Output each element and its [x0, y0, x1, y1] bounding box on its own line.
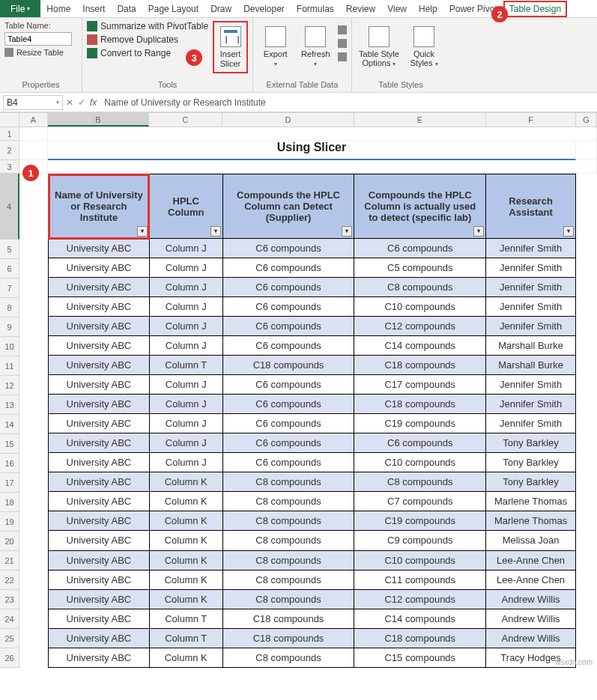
- table-cell[interactable]: C6 compounds: [354, 239, 486, 258]
- row-hdr-18[interactable]: 18: [0, 493, 19, 512]
- table-cell[interactable]: Marlene Thomas: [486, 511, 576, 531]
- name-box[interactable]: B4 ▾: [3, 95, 63, 110]
- table-cell[interactable]: University ABC: [49, 239, 150, 258]
- name-box-dropdown-icon[interactable]: ▾: [56, 99, 59, 106]
- row-hdr-24[interactable]: 24: [0, 609, 19, 629]
- table-cell[interactable]: Column J: [149, 278, 222, 297]
- filter-button[interactable]: ▾: [342, 226, 352, 237]
- tab-developer[interactable]: Developer: [237, 1, 291, 17]
- row-hdr-14[interactable]: 14: [0, 415, 19, 434]
- table-cell[interactable]: Column K: [149, 570, 222, 589]
- ext-icon-2[interactable]: [338, 39, 347, 48]
- row-hdr-9[interactable]: 9: [0, 317, 19, 337]
- table-cell[interactable]: C14 compounds: [354, 609, 486, 628]
- row-hdr-16[interactable]: 16: [0, 454, 19, 473]
- table-cell[interactable]: C10 compounds: [354, 453, 486, 472]
- row-hdr-17[interactable]: 17: [0, 473, 19, 493]
- table-cell[interactable]: Column K: [149, 648, 222, 667]
- table-cell[interactable]: C6 compounds: [222, 336, 354, 356]
- quick-styles-button[interactable]: Quick Styles ▾: [406, 21, 442, 73]
- tab-home[interactable]: Home: [40, 1, 76, 17]
- table-style-options-button[interactable]: Table Style Options ▾: [357, 21, 401, 73]
- table-cell[interactable]: Andrew Willis: [486, 589, 576, 609]
- col-D[interactable]: D: [222, 113, 354, 127]
- filter-button[interactable]: ▾: [137, 226, 148, 237]
- table-cell[interactable]: C6 compounds: [222, 395, 354, 414]
- remove-duplicates-button[interactable]: Remove Duplicates: [87, 34, 208, 45]
- table-cell[interactable]: C6 compounds: [222, 453, 354, 472]
- tab-formulas[interactable]: Formulas: [291, 1, 340, 17]
- table-cell[interactable]: Jennifer Smith: [486, 395, 576, 414]
- table-cell[interactable]: Jennifer Smith: [486, 258, 576, 278]
- table-cell[interactable]: C18 compounds: [354, 395, 486, 414]
- table-cell[interactable]: University ABC: [49, 278, 150, 297]
- table-cell[interactable]: C8 compounds: [222, 550, 354, 570]
- table-cell[interactable]: University ABC: [49, 336, 150, 356]
- table-cell[interactable]: C15 compounds: [354, 648, 486, 667]
- tab-review[interactable]: Review: [340, 1, 381, 17]
- table-cell[interactable]: University ABC: [49, 531, 150, 550]
- row-hdr-11[interactable]: 11: [0, 356, 19, 376]
- row-hdr-15[interactable]: 15: [0, 434, 19, 454]
- table-cell[interactable]: C6 compounds: [222, 317, 354, 336]
- summarize-pivot-button[interactable]: Summarize with PivotTable: [87, 21, 208, 31]
- table-cell[interactable]: Jennifer Smith: [486, 375, 576, 395]
- table-cell[interactable]: Column T: [149, 356, 222, 375]
- col-G[interactable]: G: [576, 113, 597, 127]
- table-cell[interactable]: Andrew Willis: [486, 628, 576, 648]
- export-button[interactable]: Export▾: [258, 21, 294, 73]
- row-hdr-23[interactable]: 23: [0, 590, 19, 609]
- table-cell[interactable]: C8 compounds: [354, 278, 486, 297]
- table-cell[interactable]: University ABC: [49, 317, 150, 336]
- table-cell[interactable]: Column J: [149, 336, 222, 356]
- table-cell[interactable]: C7 compounds: [354, 492, 486, 511]
- table-cell[interactable]: University ABC: [49, 472, 150, 492]
- table-cell[interactable]: C14 compounds: [354, 336, 486, 356]
- col-B[interactable]: B: [48, 113, 149, 127]
- table-cell[interactable]: University ABC: [49, 570, 150, 589]
- enter-icon[interactable]: ✓: [78, 97, 85, 108]
- row-hdr-21[interactable]: 21: [0, 551, 19, 570]
- table-cell[interactable]: C5 compounds: [354, 258, 486, 278]
- ext-icon-1[interactable]: [338, 25, 347, 34]
- table-cell[interactable]: Column T: [149, 628, 222, 648]
- refresh-button[interactable]: Refresh▾: [298, 21, 334, 73]
- formula-input[interactable]: Name of University or Research Institute: [100, 97, 594, 108]
- table-cell[interactable]: Column J: [149, 258, 222, 278]
- table-cell[interactable]: C8 compounds: [222, 492, 354, 511]
- table-cell[interactable]: C11 compounds: [354, 570, 486, 589]
- table-cell[interactable]: Column J: [149, 414, 222, 433]
- table-cell[interactable]: Column K: [149, 531, 222, 550]
- table-header[interactable]: Research Assistant▾: [486, 174, 576, 239]
- table-header[interactable]: HPLC Column▾: [149, 174, 222, 239]
- table-cell[interactable]: Column J: [149, 375, 222, 395]
- table-cell[interactable]: University ABC: [49, 589, 150, 609]
- table-cell[interactable]: Column T: [149, 609, 222, 628]
- tab-table-design[interactable]: Table Design: [503, 1, 567, 17]
- filter-button[interactable]: ▾: [473, 226, 484, 237]
- table-cell[interactable]: C6 compounds: [354, 433, 486, 453]
- table-cell[interactable]: C18 compounds: [222, 609, 354, 628]
- table-cell[interactable]: Column K: [149, 550, 222, 570]
- unlink-icon[interactable]: [338, 52, 347, 61]
- table-cell[interactable]: University ABC: [49, 375, 150, 395]
- table-cell[interactable]: C12 compounds: [354, 317, 486, 336]
- table-cell[interactable]: Column K: [149, 589, 222, 609]
- row-hdr-10[interactable]: 10: [0, 337, 19, 356]
- table-cell[interactable]: C10 compounds: [354, 550, 486, 570]
- table-cell[interactable]: University ABC: [49, 648, 150, 667]
- table-cell[interactable]: C8 compounds: [222, 531, 354, 550]
- filter-button[interactable]: ▾: [563, 226, 574, 237]
- table-cell[interactable]: Marshall Burke: [486, 356, 576, 375]
- row-hdr-5[interactable]: 5: [0, 240, 19, 259]
- table-cell[interactable]: C8 compounds: [354, 472, 486, 492]
- row-hdr-19[interactable]: 19: [0, 512, 19, 532]
- table-cell[interactable]: University ABC: [49, 395, 150, 414]
- col-F[interactable]: F: [486, 113, 576, 127]
- table-cell[interactable]: Jennifer Smith: [486, 317, 576, 336]
- row-hdr-6[interactable]: 6: [0, 259, 19, 279]
- table-cell[interactable]: C18 compounds: [354, 628, 486, 648]
- tab-insert[interactable]: Insert: [76, 1, 111, 17]
- table-cell[interactable]: C8 compounds: [222, 472, 354, 492]
- table-cell[interactable]: Column K: [149, 472, 222, 492]
